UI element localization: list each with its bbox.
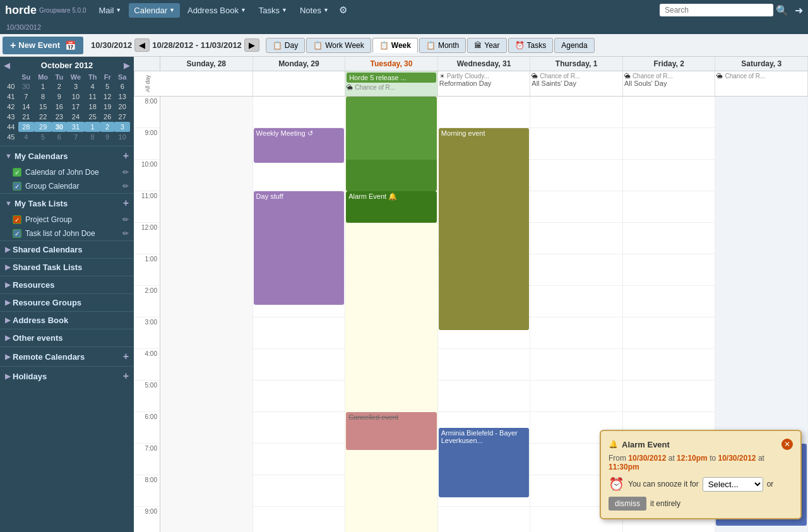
mini-cal-day[interactable]: 21 [18,112,34,122]
cell-fri-12[interactable] [623,223,716,254]
mini-cal-day[interactable]: 24 [66,112,85,122]
cell-sun-19[interactable] [160,444,253,475]
mini-cal-day[interactable]: 2 [100,122,115,132]
tab-tasks[interactable]: ⏰Tasks [508,38,554,53]
next-week-button[interactable]: ▶ [244,38,259,52]
cell-sat-11[interactable] [715,191,808,223]
calendar-icon[interactable]: 📅 [65,40,76,50]
cell-sat-12[interactable] [715,223,808,254]
mini-cal-day[interactable]: 8 [85,132,100,142]
cell-wed-9[interactable]: Morning event [438,128,531,160]
remote-calendars-header[interactable]: ▶ Remote Calendars + [0,347,134,366]
allday-event-reformation[interactable]: Reformation Day [439,80,529,87]
mini-cal-day[interactable]: 4 [85,81,100,92]
nav-notes[interactable]: Notes ▼ [295,3,334,18]
cell-sat-9[interactable] [715,128,808,160]
mini-cal-day[interactable]: 5 [34,132,52,142]
mini-cal-day[interactable]: 22 [34,112,52,122]
task-edit-icon[interactable]: ✏ [122,229,129,238]
cell-sun-11[interactable] [160,191,253,223]
my-calendars-header[interactable]: ▼ My Calendars + [0,146,134,165]
cell-sun-10[interactable] [160,160,253,191]
cell-sun-20[interactable] [160,475,253,507]
event-cancelled[interactable]: Cancelled event [346,412,437,450]
cell-sun-17[interactable] [160,381,253,412]
event-alarm[interactable]: Alarm Event 🔔 [346,191,437,223]
prev-week-button[interactable]: ◀ [134,38,150,52]
cell-sun-16[interactable] [160,349,253,381]
cell-tue-12[interactable] [345,223,438,254]
task-edit-icon[interactable]: ✏ [122,215,129,224]
calendar-checkbox[interactable]: ✓ [13,182,21,191]
mini-cal-day[interactable]: 1 [85,122,100,132]
cell-thu-14[interactable] [530,286,623,317]
cell-sun-14[interactable] [160,286,253,317]
other-events-header[interactable]: ▶ Other events [0,329,134,346]
cell-tue-10[interactable] [345,160,438,191]
mini-cal-day[interactable]: 3 [114,122,130,132]
cell-mon-20[interactable] [253,475,346,507]
cell-tue-20[interactable] [345,475,438,507]
alarm-snooze-select[interactable]: Select... 5 minutes 10 minutes 15 minute… [703,477,763,492]
shared-task-lists-header[interactable]: ▶ Shared Task Lists [0,259,134,276]
cell-mon-15[interactable] [253,317,346,349]
sidebar-item-john-doe-tasks[interactable]: ✓ Task list of John Doe ✏ [0,227,134,240]
cell-sun-18[interactable] [160,412,253,444]
tab-day[interactable]: 📋Day [266,38,305,53]
remote-cal-add-icon[interactable]: + [123,351,129,362]
cell-sat-16[interactable] [715,349,808,381]
mini-cal-day[interactable]: 11 [85,92,100,102]
nav-calendar[interactable]: Calendar ▼ [129,3,180,18]
search-input[interactable] [660,4,773,16]
cell-fri-9[interactable] [623,128,716,160]
tab-week[interactable]: 📋Week [372,38,418,53]
mini-cal-day[interactable]: 5 [100,81,115,92]
mini-cal-day[interactable]: 16 [52,102,66,112]
mini-cal-day[interactable]: 15 [34,102,52,112]
cell-mon-19[interactable] [253,444,346,475]
sidebar-item-group-calendar[interactable]: ✓ Group Calendar ✏ [0,179,134,193]
mini-cal-day[interactable]: 20 [114,102,130,112]
tab-month[interactable]: 📋Month [419,38,466,53]
cell-thu-17[interactable] [530,381,623,412]
resources-header[interactable]: ▶ Resources [0,276,134,293]
mini-cal-day[interactable]: 23 [52,112,66,122]
cell-mon-9[interactable]: Weekly Meeting ↺ [253,128,346,160]
task-checkbox[interactable]: ✓ [13,215,21,224]
event-weekly-meeting[interactable]: Weekly Meeting ↺ [254,128,345,163]
cell-tue-15[interactable] [345,317,438,349]
cell-wed-17[interactable] [438,381,531,412]
tab-workweek[interactable]: 📋Work Week [306,38,371,53]
cell-sat-8[interactable] [715,97,808,128]
address-book-header[interactable]: ▶ Address Book [0,312,134,329]
cell-tue-17[interactable] [345,381,438,412]
mini-cal-day[interactable]: 7 [18,92,34,102]
mini-cal-day[interactable]: 1 [34,81,52,92]
mini-cal-day[interactable]: 3 [66,81,85,92]
cell-tue-9[interactable] [345,128,438,160]
cell-wed-16[interactable] [438,349,531,381]
cell-tue-13[interactable] [345,254,438,286]
mini-cal-day[interactable]: 13 [114,92,130,102]
cell-sat-14[interactable] [715,286,808,317]
mini-cal-day[interactable]: 12 [100,92,115,102]
calendar-checkbox[interactable]: ✓ [13,168,21,177]
cell-fri-11[interactable] [623,191,716,223]
cell-fri-16[interactable] [623,349,716,381]
cell-tue-21[interactable] [345,507,438,532]
mini-cal-day[interactable]: 19 [100,102,115,112]
holidays-header[interactable]: ▶ Holidays + [0,367,134,386]
event-tue-cont[interactable] [346,128,437,160]
mini-cal-prev[interactable]: ◀ [4,61,10,70]
cell-fri-17[interactable] [623,381,716,412]
my-task-lists-add-icon[interactable]: + [123,198,129,209]
settings-icon[interactable]: ⚙ [339,4,347,16]
cell-sat-10[interactable] [715,160,808,191]
cell-tue-14[interactable] [345,286,438,317]
cell-wed-8[interactable] [438,97,531,128]
cell-mon-8[interactable] [253,97,346,128]
mini-cal-day[interactable]: 14 [18,102,34,112]
cell-fri-14[interactable] [623,286,716,317]
cell-sat-13[interactable] [715,254,808,286]
mini-cal-day[interactable]: 27 [114,112,130,122]
